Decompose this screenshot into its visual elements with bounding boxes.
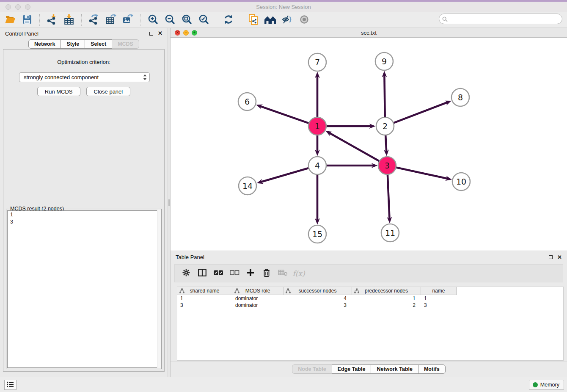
table-cell: 3 (421, 302, 457, 308)
network-view-title: scc.txt (171, 30, 567, 36)
svg-text:2: 2 (383, 121, 388, 131)
graph-node-14[interactable]: 14 (239, 177, 256, 195)
network-close-icon[interactable]: ✕ (175, 30, 180, 36)
graph-node-4[interactable]: 4 (308, 157, 326, 174)
panel-splitter[interactable] (168, 28, 171, 377)
graph-edge-1-6[interactable] (260, 106, 310, 124)
graph-node-8[interactable]: 8 (451, 88, 469, 106)
column-header-successor-nodes[interactable]: successor nodes (284, 287, 352, 295)
graph-edge-3-10[interactable] (395, 167, 449, 179)
svg-text:6: 6 (245, 97, 250, 106)
graph-node-3[interactable]: 3 (378, 157, 396, 174)
graph-node-2[interactable]: 2 (376, 117, 394, 135)
graph-node-9[interactable]: 9 (375, 52, 393, 70)
column-header-mcds-role[interactable]: MCDS role (232, 287, 284, 295)
column-header-shared-name[interactable]: shared name (177, 287, 232, 295)
table-cell: 1 (352, 295, 421, 301)
graph-node-10[interactable]: 10 (452, 173, 470, 190)
tab-mcds[interactable]: MCDS (112, 39, 139, 49)
split-view-button[interactable] (196, 266, 209, 281)
search-input[interactable] (439, 14, 562, 24)
save-session-button[interactable] (19, 13, 35, 27)
delete-table-button (276, 266, 289, 281)
home-button[interactable] (263, 13, 278, 27)
window-close-button[interactable] (6, 4, 11, 10)
clone-network-button[interactable] (246, 13, 261, 27)
tab-motifs[interactable]: Motifs (418, 364, 446, 374)
delete-columns-button[interactable] (260, 266, 273, 281)
table-panel-tabs: Node TableEdge TableNetwork TableMotifs (292, 364, 446, 374)
graph-edge-2-8[interactable] (392, 102, 448, 123)
export-network-icon (88, 14, 99, 26)
graph-edge-2-3[interactable] (385, 134, 386, 152)
table-cell: dominator (232, 295, 284, 301)
zoom-selected-button[interactable] (196, 13, 211, 27)
tab-network[interactable]: Network (28, 39, 61, 49)
window-minimize-button[interactable] (15, 4, 21, 10)
add-column-button[interactable] (244, 266, 257, 281)
export-network-button[interactable] (86, 13, 102, 27)
graph-node-1[interactable]: 1 (308, 117, 326, 135)
svg-text:9: 9 (382, 57, 387, 66)
export-table-icon (105, 14, 117, 26)
svg-text:3: 3 (385, 161, 390, 170)
toolbar-separator (140, 14, 140, 26)
split-view-icon (198, 269, 206, 278)
tab-node-table[interactable]: Node Table (292, 364, 332, 374)
export-table-button[interactable] (103, 13, 118, 27)
tab-style[interactable]: Style (61, 39, 85, 49)
column-header-predecessor-nodes[interactable]: predecessor nodes (352, 287, 421, 295)
optimization-criterion-select[interactable]: strongly connected component (19, 72, 150, 82)
graph-node-15[interactable]: 15 (308, 225, 326, 243)
show-panels-button[interactable] (297, 13, 312, 27)
tab-select[interactable]: Select (85, 39, 112, 49)
network-zoom-icon[interactable]: + (192, 30, 197, 36)
network-graph[interactable]: 7968124314101511 (171, 38, 567, 251)
hide-panels-button[interactable] (280, 13, 295, 27)
zoom-fit-button[interactable] (179, 13, 194, 27)
settings-button[interactable] (180, 266, 193, 281)
table-row[interactable]: 1dominator411 (177, 295, 563, 302)
result-scrollbar[interactable] (157, 210, 161, 368)
graph-edge-3-11[interactable] (388, 173, 390, 220)
zoom-in-button[interactable] (145, 13, 160, 27)
network-minimize-icon[interactable]: – (183, 30, 189, 36)
tab-network-table[interactable]: Network Table (371, 364, 418, 374)
import-network-button[interactable] (44, 13, 60, 27)
refresh-layout-button[interactable] (221, 13, 236, 27)
open-session-button[interactable] (3, 13, 18, 27)
select-all-columns-button[interactable] (212, 266, 225, 281)
run-mcds-button[interactable]: Run MCDS (37, 87, 80, 96)
network-view-titlebar: scc.txt ✕ – + (171, 28, 567, 38)
graph-edge-3-1[interactable] (329, 133, 380, 162)
network-view-window: scc.txt ✕ – + 7968124314101511 (171, 28, 567, 251)
graph-edge-4-14[interactable] (260, 168, 310, 182)
float-icon[interactable] (149, 32, 153, 36)
function-builder-button: f(x) (292, 266, 305, 281)
graph-node-11[interactable]: 11 (381, 224, 399, 242)
window-zoom-button[interactable] (25, 4, 30, 10)
table-row[interactable]: 3dominator323 (177, 302, 563, 309)
search-box (439, 14, 562, 24)
graph-node-7[interactable]: 7 (308, 53, 326, 71)
tab-edge-table[interactable]: Edge Table (332, 364, 372, 374)
close-icon[interactable]: ✕ (158, 31, 162, 36)
task-history-button[interactable] (4, 380, 17, 390)
main-toolbar-groups (3, 13, 312, 27)
close-panel-button[interactable]: Close panel (86, 87, 131, 96)
import-table-icon (63, 14, 74, 26)
zoom-out-button[interactable] (162, 13, 177, 27)
export-image-button[interactable] (120, 13, 135, 27)
import-table-button[interactable] (61, 13, 77, 27)
close-icon[interactable]: ✕ (557, 255, 562, 259)
window-controls (6, 4, 30, 10)
unselect-all-columns-button[interactable] (228, 266, 241, 281)
graph-edge-2-9[interactable] (384, 75, 385, 119)
add-column-icon (247, 269, 254, 278)
column-header-name[interactable]: name (421, 287, 457, 295)
table-cell: 3 (177, 302, 232, 308)
memory-button[interactable]: Memory (529, 380, 564, 390)
graph-node-6[interactable]: 6 (238, 93, 256, 110)
float-icon[interactable] (549, 255, 553, 259)
mcds-result-text[interactable]: 1 3 (7, 210, 160, 368)
